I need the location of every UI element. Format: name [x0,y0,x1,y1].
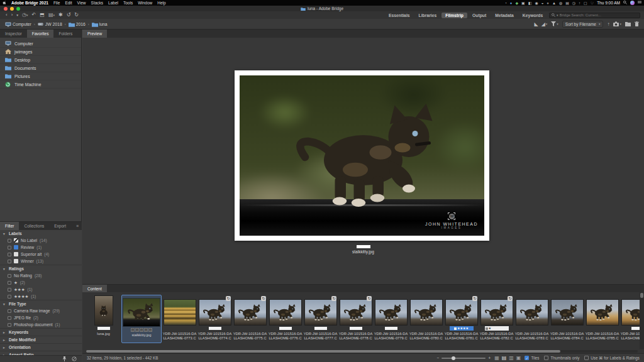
tab-favorites[interactable]: Favorites [27,30,54,38]
rotate-ccw-icon[interactable]: ↺ [67,12,71,18]
rotate-cw-icon[interactable]: ↻ [74,12,79,18]
rating-star-slot[interactable]: ☆ [148,328,152,332]
thumbnail-ydr-jw-101516-dallashome-0781-cr2[interactable]: ↻★★★★YDR-JW-101516-DALLASHOME-0781.CR2 [444,295,479,341]
bridge-search-box[interactable]: ▾ [549,13,640,18]
filter-item[interactable]: Camera Raw image(29) [0,307,82,314]
workspace-tab-essentials[interactable]: Essentials [385,13,414,18]
detail-view-icon[interactable]: ▥ [509,355,514,361]
status-icon-3[interactable]: ◆ [515,1,518,5]
thumbnail-rating-bar[interactable] [631,326,640,331]
rating-star-slot[interactable]: ☆ [140,328,143,332]
tab-inspector[interactable]: Inspector [0,30,27,38]
filter-checkbox[interactable] [8,246,11,250]
panel-menu-icon[interactable]: ≡ [73,222,82,230]
status-icon-4[interactable]: ▣ [521,1,525,5]
menu-item-help[interactable]: Help [157,1,165,5]
rating-star-slot[interactable]: ☆ [144,328,148,332]
tab-folders[interactable]: Folders [53,30,77,38]
status-icon-9[interactable]: ▲ [552,1,556,5]
thumbnail-ydr-jw-101516-dallashome-0779-cr2[interactable]: YDR-JW-101516-DALLASHOME-0779.CR2 [374,295,408,341]
spotlight-icon[interactable] [623,1,627,5]
workspace-tab-filmstrip[interactable]: Filmstrip [441,13,467,18]
checkbox-thumbnails-only[interactable]: Thumbnails only [544,356,579,360]
new-folder-icon[interactable] [625,21,631,26]
filter-section-header[interactable]: ▾Ratings [0,265,82,272]
filter-section-header[interactable]: ▸Date Modified [0,336,82,343]
tab-preview[interactable]: Preview [82,30,107,38]
thumbnail-rating-bar[interactable] [97,326,110,331]
filter-funnel-icon[interactable]: ▾ [551,21,558,26]
thumbnail-larger-button[interactable]: + [488,356,491,360]
thumbnail-rating-bar[interactable]: ☆☆☆☆☆ [131,327,152,332]
filter-checkbox[interactable] [8,281,11,285]
refine-icon[interactable]: ▤▾ [48,12,55,18]
thumbnail-ydr-jw-101516-dallashome-0780-cr2[interactable]: YDR-JW-101516-DALLASHOME-0780.CR2 [409,295,443,341]
status-icon-2[interactable]: ● [510,1,513,5]
rating-star-slot[interactable]: ☆ [135,328,139,332]
breadcrumb-item-2016[interactable]: 2016 [69,22,86,26]
workspace-tab-libraries[interactable]: Libraries [415,13,441,18]
filter-item[interactable]: Review(1) [0,244,82,251]
filter-item[interactable]: JPEG file(2) [0,314,82,321]
siri-icon[interactable] [630,1,635,5]
sidebar-item-documents[interactable]: Documents [0,64,81,72]
menu-item-edit[interactable]: Edit [65,1,72,5]
sidebar-item-pictures[interactable]: Pictures [0,72,81,80]
menu-item-tools[interactable]: Tools [123,1,133,5]
forward-icon[interactable]: › [11,12,13,18]
thumbnail-luna-jpg[interactable]: luna.jpg [86,295,121,341]
filter-item[interactable]: Superior alt(4) [0,251,82,258]
menu-item-stacks[interactable]: Stacks [91,1,104,5]
tab-export[interactable]: Export [49,222,71,230]
menu-item-adobe-bridge-2021[interactable]: Adobe Bridge 2021 [11,1,48,5]
checkbox-box[interactable]: ✓ [525,356,529,360]
filter-section-header[interactable]: ▸Keywords [0,329,82,336]
thumbnail-ydr-jw-101516-dallashome-0783-cr2[interactable]: YDR-JW-101516-DALLASHOME-0783.CR2 [514,295,549,341]
thumbnail-view-icon[interactable]: ▤ [502,355,507,361]
thumbnail-rating-bar[interactable] [279,326,292,331]
filter-checkbox[interactable] [8,316,11,320]
content-horizontal-scrollbar[interactable] [86,350,638,353]
status-icon-11[interactable]: ▤ [565,1,569,5]
notification-center-icon[interactable] [638,1,641,5]
status-icon-13[interactable]: ↑ [579,1,580,5]
status-icon-5[interactable]: ◧ [528,1,532,5]
thumbnail-ydr-jw-101516-dallashome-0778-cr2[interactable]: ↻YDR-JW-101516-DALLASHOME-0778.CR2 [338,295,373,341]
status-icon-15[interactable]: ♡ [591,1,594,5]
back-icon[interactable]: ‹ [6,12,8,18]
filter-checkbox[interactable] [8,260,11,263]
sidebar-item-jwimages[interactable]: jwimages [0,48,81,56]
thumbnail-ydr-jw-101516-dallashome-0786-cr2[interactable]: YDR-JW-101516-DALLASHOME-0786.CR2 [620,295,640,341]
checkbox-use-for-labels-ratings[interactable]: Use ⌘ for Labels & Ratings [584,356,640,360]
filter-item[interactable]: ★★★(1) [0,286,82,293]
menu-item-window[interactable]: Window [138,1,152,5]
status-icon-1[interactable]: ◔ [504,1,507,5]
rating-picker[interactable]: ☆☆☆☆☆ [131,328,152,332]
thumbnail-ydr-jw-101516-dallashome-0777-cr2[interactable]: ↻YDR-JW-101516-DALLASHOME-0777.CR2 [303,295,338,341]
filter-section-header[interactable]: ▾Labels [0,230,82,237]
thumbnail-rating-bar[interactable] [209,326,221,331]
filter-item[interactable]: ★★★★(1) [0,293,82,300]
status-icon-6[interactable]: ◉ [535,1,538,5]
sidebar-item-computer[interactable]: Computer [0,40,81,48]
keep-filter-pin-icon[interactable] [62,356,67,362]
search-scope-chevron-icon[interactable]: ▾ [557,13,558,17]
workspace-tab-output[interactable]: Output [469,13,490,18]
thumbnail-ydr-jw-101516-dallashome-0782-cr2[interactable]: ↻★YDR-JW-101516-DALLASHOME-0782.CR2 [479,295,514,341]
boomerang-return-icon[interactable]: ↶ [32,12,36,18]
filter-checkbox[interactable] [8,295,11,299]
status-icon-7[interactable]: ◒ [541,1,544,5]
checkbox-box[interactable] [544,356,548,360]
preview-photo[interactable]: W JOHN WHITEHEAD IMAGES [235,70,489,241]
thumbnail-ydr-jw-101516-dallashome-0774-cr2[interactable]: ↻YDR-JW-101516-DALLASHOME-0774.CR2 [197,295,232,341]
menu-item-label[interactable]: Label [108,1,118,5]
filter-item[interactable]: Photoshop document(1) [0,321,82,328]
open-in-camera-raw-icon[interactable]: ✱ [58,12,63,18]
checkbox-box[interactable] [584,356,589,360]
thumbnail-smaller-button[interactable]: − [437,356,440,360]
workspace-tab-metadata[interactable]: Metadata [491,13,517,18]
filter-checkbox[interactable] [8,253,11,256]
tab-filter[interactable]: Filter [0,222,19,230]
filter-checkbox[interactable] [8,288,11,292]
status-icon-10[interactable]: ◍ [559,1,562,5]
